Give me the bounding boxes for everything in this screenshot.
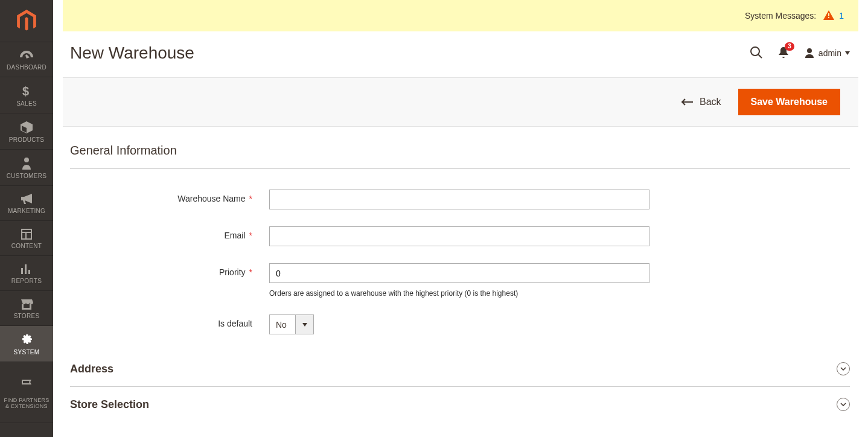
priority-note: Orders are assigned to a warehouse with … (269, 289, 649, 298)
nav-sales[interactable]: $ SALES (0, 77, 53, 113)
user-menu[interactable]: admin (804, 48, 850, 59)
nav-label: CONTENT (2, 243, 51, 249)
chevron-down-icon (840, 403, 846, 406)
nav-products[interactable]: PRODUCTS (0, 113, 53, 150)
section-store-selection-title: Store Selection (70, 398, 149, 411)
form-content: General Information Warehouse Name* Emai… (53, 127, 868, 422)
nav-label: CUSTOMERS (2, 173, 51, 179)
gear-icon (20, 333, 33, 346)
main-content: System Messages: 1 New Warehouse 3 admin (53, 0, 868, 437)
label-email: Email* (70, 226, 269, 240)
nav-label: DASHBOARD (2, 64, 51, 71)
priority-input[interactable] (269, 263, 649, 283)
notifications-badge: 3 (785, 42, 794, 51)
page-title: New Warehouse (70, 43, 194, 63)
chevron-down-icon (302, 323, 307, 327)
row-priority: Priority* Orders are assigned to a wareh… (70, 263, 850, 298)
section-address[interactable]: Address (70, 351, 850, 387)
nav-label: PRODUCTS (2, 136, 51, 143)
nav-label: REPORTS (2, 278, 51, 284)
row-email: Email* (70, 226, 850, 246)
back-label: Back (700, 97, 721, 107)
nav-customers[interactable]: CUSTOMERS (0, 150, 53, 186)
storefront-icon (20, 298, 33, 310)
action-bar: Back Save Warehouse (63, 77, 858, 127)
required-asterisk: * (249, 267, 252, 277)
section-general-title: General Information (70, 144, 850, 169)
layout-icon (21, 228, 33, 240)
system-messages-label: System Messages: (745, 11, 816, 21)
nav-label: MARKETING (2, 208, 51, 214)
search-icon (750, 46, 763, 59)
section-store-selection[interactable]: Store Selection (70, 387, 850, 422)
expand-icon (837, 362, 850, 375)
nav-system[interactable]: SYSTEM (0, 326, 53, 362)
user-name: admin (819, 48, 841, 58)
section-address-title: Address (70, 363, 113, 375)
is-default-value: No (270, 315, 295, 334)
arrow-left-icon (681, 98, 694, 106)
nav-label: FIND PARTNERS & EXTENSIONS (2, 397, 51, 410)
label-priority: Priority* (70, 263, 269, 277)
sidebar: DASHBOARD $ SALES PRODUCTS CUSTOMERS MAR… (0, 0, 53, 437)
expand-icon (837, 398, 850, 411)
nav-content[interactable]: CONTENT (0, 221, 53, 256)
system-messages-count[interactable]: 1 (839, 11, 844, 21)
nav-find-partners[interactable]: FIND PARTNERS & EXTENSIONS (0, 362, 53, 423)
barchart-icon (20, 263, 33, 275)
required-asterisk: * (249, 231, 252, 240)
box-icon (20, 121, 33, 134)
partners-icon (20, 376, 33, 388)
svg-text:$: $ (22, 85, 29, 98)
chevron-down-icon (840, 367, 846, 371)
chevron-down-icon (845, 51, 850, 55)
label-is-default: Is default (70, 314, 269, 328)
user-icon (804, 48, 815, 59)
save-warehouse-button[interactable]: Save Warehouse (738, 89, 840, 115)
row-warehouse-name: Warehouse Name* (70, 190, 850, 209)
nav-reports[interactable]: REPORTS (0, 256, 53, 291)
magento-logo-icon (16, 10, 37, 33)
is-default-select[interactable]: No (269, 314, 314, 334)
nav-label: STORES (2, 313, 51, 319)
row-is-default: Is default No (70, 314, 850, 334)
warehouse-name-input[interactable] (269, 190, 649, 209)
person-icon (22, 157, 31, 170)
gauge-icon (19, 49, 34, 62)
dollar-icon: $ (22, 85, 31, 98)
header-actions: 3 admin (750, 46, 850, 61)
nav-stores[interactable]: STORES (0, 291, 53, 326)
select-toggle (295, 315, 313, 334)
nav-label: SALES (2, 100, 51, 107)
main-nav: DASHBOARD $ SALES PRODUCTS CUSTOMERS MAR… (0, 42, 53, 423)
nav-label: SYSTEM (2, 349, 51, 356)
magento-logo[interactable] (0, 0, 53, 42)
label-warehouse-name: Warehouse Name* (70, 190, 269, 203)
back-button[interactable]: Back (681, 97, 721, 107)
warning-icon (823, 10, 834, 22)
notifications-button[interactable]: 3 (777, 46, 790, 61)
system-messages-bar[interactable]: System Messages: 1 (63, 0, 858, 31)
nav-marketing[interactable]: MARKETING (0, 186, 53, 221)
search-button[interactable] (750, 46, 763, 61)
nav-dashboard[interactable]: DASHBOARD (0, 42, 53, 77)
email-input[interactable] (269, 226, 649, 246)
page-header: New Warehouse 3 admin (53, 31, 868, 77)
megaphone-icon (20, 193, 33, 205)
required-asterisk: * (249, 194, 252, 203)
